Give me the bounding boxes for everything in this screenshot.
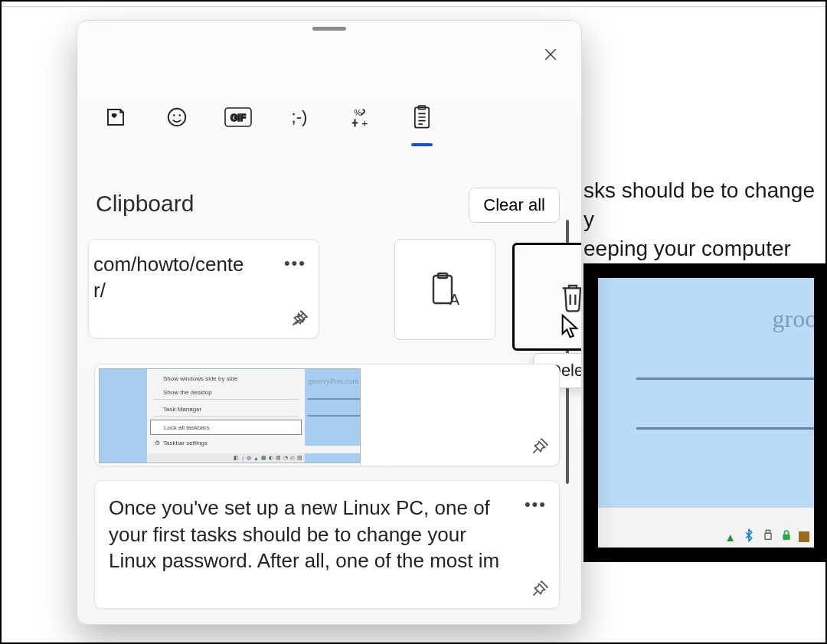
clear-all-button[interactable]: Clear all bbox=[469, 188, 560, 223]
thumb-watermark: groovyPost.com bbox=[309, 377, 358, 385]
tab-emoji[interactable] bbox=[160, 97, 194, 137]
decorative-line bbox=[636, 427, 814, 430]
shield-icon: ▲ bbox=[724, 531, 736, 544]
lock-icon bbox=[780, 528, 793, 545]
usb-icon bbox=[762, 528, 774, 545]
more-options-button[interactable]: ••• bbox=[525, 495, 547, 515]
symbols-icon: %+ bbox=[349, 106, 372, 129]
drag-handle[interactable] bbox=[312, 27, 346, 31]
svg-point-4 bbox=[173, 114, 175, 116]
svg-text:+: + bbox=[361, 118, 368, 129]
tab-kaomoji[interactable]: ;-) bbox=[283, 97, 316, 137]
tab-symbols[interactable]: %+ bbox=[344, 97, 378, 137]
tab-clipboard[interactable] bbox=[405, 97, 439, 137]
thumb-desktop-left bbox=[100, 369, 147, 463]
close-button[interactable] bbox=[537, 41, 564, 68]
decorative-line bbox=[308, 415, 360, 417]
trash-icon bbox=[557, 280, 582, 314]
separator-line bbox=[2, 6, 825, 7]
clipboard-item-2[interactable]: Show windows side by side Show the deskt… bbox=[94, 364, 560, 466]
svg-text:A: A bbox=[449, 291, 459, 308]
delete-button[interactable] bbox=[512, 243, 582, 351]
svg-rect-1 bbox=[765, 533, 771, 539]
decorative-line bbox=[636, 378, 814, 380]
viewport: sks should be to change y eeping your co… bbox=[0, 0, 827, 644]
pin-button[interactable] bbox=[530, 579, 550, 602]
thumb-context-menu: Show windows side by side Show the deskt… bbox=[147, 369, 305, 463]
menu-row: Show windows side by side bbox=[155, 372, 299, 384]
tray-area: ▲ bbox=[598, 526, 814, 548]
clipboard-item-1[interactable]: com/howto/cente r/ ••• bbox=[88, 239, 319, 338]
tab-stickers[interactable] bbox=[99, 97, 132, 137]
clipboard-item-3-text: Once you've set up a new Linux PC, one o… bbox=[109, 495, 545, 574]
thumb-desktop-right: groovyPost.com bbox=[305, 369, 360, 463]
menu-row: ⚙Taskbar settings bbox=[155, 436, 299, 449]
bg-text-line1: sks should be to change y bbox=[583, 178, 815, 231]
pin-icon bbox=[530, 579, 550, 599]
pin-icon bbox=[289, 309, 309, 329]
decorative-bar bbox=[305, 446, 360, 453]
sticker-heart-icon bbox=[104, 106, 127, 129]
gif-icon: GIF bbox=[224, 107, 252, 127]
thumb-taskbar: ◧ᚼ◍▲▦◐▤◔◴▧ bbox=[147, 453, 305, 463]
clipboard-icon bbox=[411, 105, 433, 129]
menu-divider bbox=[153, 399, 299, 400]
pin-icon bbox=[530, 436, 550, 456]
pin-button[interactable] bbox=[530, 436, 550, 459]
svg-rect-2 bbox=[783, 534, 789, 540]
close-icon bbox=[543, 47, 558, 62]
watermark-text: groovyPo bbox=[773, 305, 827, 333]
tab-gifs[interactable]: GIF bbox=[221, 97, 255, 137]
more-options-button[interactable]: ••• bbox=[284, 253, 306, 273]
background-article-screenshot: groovyPo ▲ bbox=[583, 263, 827, 562]
emoji-icon bbox=[165, 106, 188, 129]
svg-point-3 bbox=[168, 109, 186, 126]
svg-text:%: % bbox=[354, 108, 361, 117]
clipboard-item-3[interactable]: Once you've set up a new Linux PC, one o… bbox=[94, 480, 560, 609]
svg-text:GIF: GIF bbox=[230, 113, 246, 123]
paste-as-text-button[interactable]: A bbox=[394, 239, 495, 340]
clipboard-item-1-text: com/howto/cente r/ bbox=[93, 252, 305, 304]
menu-divider bbox=[153, 416, 299, 417]
section-title: Clipboard bbox=[96, 191, 194, 217]
clipboard-panel: GIF ;-) %+ Clipboard Clear all com/howto… bbox=[77, 20, 582, 625]
menu-row-highlighted: Lock all taskbars bbox=[150, 420, 302, 435]
tab-strip: GIF ;-) %+ bbox=[99, 97, 439, 137]
decorative-line bbox=[308, 398, 360, 400]
pin-button[interactable] bbox=[289, 309, 309, 332]
bluetooth-icon bbox=[742, 528, 756, 545]
paste-text-icon: A bbox=[428, 271, 462, 308]
menu-row: Task Manager bbox=[155, 403, 299, 415]
clipboard-item-2-thumbnail: Show windows side by side Show the deskt… bbox=[99, 368, 361, 463]
menu-row: Show the desktop bbox=[155, 386, 299, 398]
tray-app-icon bbox=[799, 531, 809, 542]
svg-point-5 bbox=[179, 114, 181, 116]
